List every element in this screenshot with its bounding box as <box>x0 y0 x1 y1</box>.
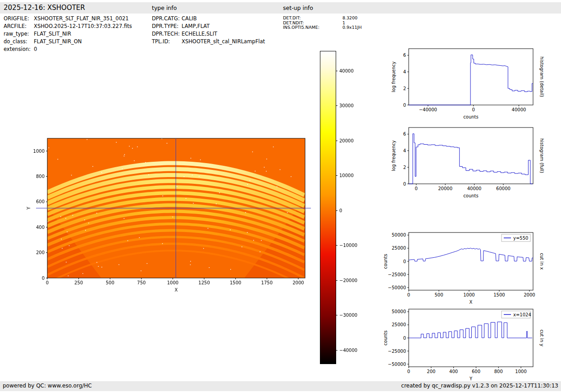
meta-value: ECHELLE,SLIT <box>182 31 217 37</box>
x-tick-label: 800 <box>494 369 503 374</box>
colorbar <box>320 51 336 364</box>
y-tick-label: 0 <box>403 103 406 108</box>
y-tick-label: 2 <box>403 165 406 170</box>
y-axis-label: Y <box>26 206 31 210</box>
setup-info-heading: set-up info <box>283 5 313 11</box>
meta-value: XSHOOTER_slt_cal_NIRLampFlat <box>182 38 265 45</box>
meta-value: XSHOOTER_SLT_FLAT_NIR_351_0021 <box>34 15 129 22</box>
x-tick-label: 400 <box>449 369 458 374</box>
x-tick-label: 500 <box>434 292 443 297</box>
meta-row: TPL.ID:XSHOOTER_slt_cal_NIRLampFlat <box>152 38 265 46</box>
colorbar-tick: −20000 <box>336 277 357 283</box>
meta-label: DPR.TECH: <box>152 30 182 38</box>
x-tick-label: 1000 <box>463 292 474 297</box>
meta-row: DPR.TYPE:LAMP,FLAT <box>152 23 265 30</box>
meta-value: FLAT_SLIT_NIR_ON <box>34 38 82 45</box>
x-tick-label: 1000 <box>167 280 178 285</box>
meta-label: raw_type: <box>4 30 34 38</box>
meta-value: XSHOO.2025-12-17T10:37:03.227.fits <box>34 23 132 29</box>
y-tick-label: 1000 <box>33 149 45 154</box>
meta-label: TPL.ID: <box>152 38 182 46</box>
axes-frame <box>409 128 533 184</box>
colorbar-tick: 0 <box>336 207 342 214</box>
meta-value: 8.3200 <box>342 15 357 20</box>
setup-info-block: DET.DIT:8.3200 DET.NDIT:1 INS.OPTI5.NAME… <box>283 16 362 30</box>
meta-label: DPR.CATG: <box>152 15 182 23</box>
histogram-detail-plot: −400000400000246countslog frequencyhisto… <box>382 44 547 126</box>
x-tick-label: 1250 <box>198 280 210 285</box>
footer-left-text: powered by QC: www.eso.org/HC <box>3 383 92 389</box>
y-tick-label: −50000 <box>388 362 406 367</box>
y-axis-label: log frequency <box>391 140 396 171</box>
x-tick-label: 2000 <box>524 292 535 297</box>
x-tick-label: 0 <box>472 107 474 112</box>
x-tick-label: 200 <box>427 369 435 374</box>
y-tick-label: 400 <box>36 225 45 230</box>
cut-in-y-plot: 02004006008001000−50000−2500002500050000… <box>382 304 547 388</box>
colorbar-ticks: 400003000020000100000−10000−20000−30000−… <box>336 51 367 364</box>
meta-label: INS.OPTI5.NAME: <box>283 25 342 30</box>
meta-value: 0 <box>34 46 37 52</box>
right-axis-label: cut in y <box>539 329 544 346</box>
legend-label: x=1024 <box>513 312 531 317</box>
x-tick-label: 1500 <box>493 292 505 297</box>
meta-value: CALIB <box>182 15 197 22</box>
y-tick-label: 25000 <box>392 246 406 251</box>
y-tick-label: 6 <box>403 53 406 58</box>
footer-right-text: created by qc_rawdisp.py v1.2.3 on 2025-… <box>401 383 558 389</box>
type-info-heading: type info <box>152 5 177 11</box>
meta-row: extension:0 <box>4 46 132 53</box>
x-tick-label: −40000 <box>419 107 437 112</box>
page-title: 2025-12-16: XSHOOTER <box>4 4 85 12</box>
colorbar-tick: −30000 <box>336 312 357 319</box>
x-tick-label: 0 <box>415 186 418 191</box>
y-axis-label: log frequency <box>391 61 396 92</box>
colorbar-tick: 30000 <box>336 103 354 109</box>
x-tick-label: 60000 <box>496 186 511 191</box>
x-axis-label: counts <box>463 114 478 119</box>
y-axis-label: counts <box>383 330 388 345</box>
y-tick-label: 0 <box>403 182 406 187</box>
meta-row: ORIGFILE:XSHOOTER_SLT_FLAT_NIR_351_0021 <box>4 15 132 23</box>
y-tick-label: −25000 <box>388 272 406 277</box>
y-tick-label: −50000 <box>388 285 406 290</box>
meta-row: raw_type:FLAT_SLIT_NIR <box>4 30 132 38</box>
right-axis-label: histogram (detail) <box>539 57 544 97</box>
x-tick-label: 20000 <box>438 186 452 191</box>
header-bar: 2025-12-16: XSHOOTER type info set-up in… <box>0 2 561 14</box>
x-tick-label: 2000 <box>292 280 304 285</box>
y-tick-label: 6 <box>403 132 406 137</box>
x-tick-label: 500 <box>106 280 114 285</box>
meta-row: INS.OPTI5.NAME:0.9x11JH <box>283 25 362 30</box>
y-tick-label: 2 <box>403 86 406 91</box>
colorbar-tick: −40000 <box>336 347 357 353</box>
y-tick-label: −25000 <box>388 349 406 354</box>
meta-value: LAMP,FLAT <box>182 23 210 29</box>
meta-label: DPR.TYPE: <box>152 23 182 30</box>
meta-value: 0.9x11JH <box>342 25 362 30</box>
colorbar-tick: 40000 <box>336 68 354 74</box>
meta-value: FLAT_SLIT_NIR <box>34 31 71 37</box>
qc-rawdisp-page: 2025-12-16: XSHOOTER type info set-up in… <box>0 0 561 392</box>
y-axis-label: counts <box>383 254 388 269</box>
meta-label: ARCFILE: <box>4 23 34 30</box>
x-axis-label: X <box>175 287 178 292</box>
x-tick-label: 0 <box>407 292 410 297</box>
colorbar-tick: 20000 <box>336 137 354 144</box>
meta-label: ORIGFILE: <box>4 15 34 23</box>
y-tick-label: 0 <box>403 336 406 341</box>
x-tick-label: 40000 <box>512 107 526 112</box>
x-tick-label: 1750 <box>261 280 273 285</box>
y-tick-label: 25000 <box>392 322 406 327</box>
y-tick-label: 50000 <box>392 309 406 314</box>
y-tick-label: 4 <box>403 148 406 153</box>
x-tick-label: 1500 <box>230 280 241 285</box>
colorbar-tick: 10000 <box>336 173 354 179</box>
meta-label: DET.DIT: <box>283 16 342 21</box>
y-tick-label: 4 <box>403 69 406 74</box>
x-tick-label: 1000 <box>515 369 526 374</box>
meta-row: ARCFILE:XSHOO.2025-12-17T10:37:03.227.fi… <box>4 23 132 30</box>
y-tick-label: 800 <box>36 174 45 179</box>
meta-row: DPR.TECH:ECHELLE,SLIT <box>152 30 265 38</box>
y-tick-label: 200 <box>36 250 45 255</box>
